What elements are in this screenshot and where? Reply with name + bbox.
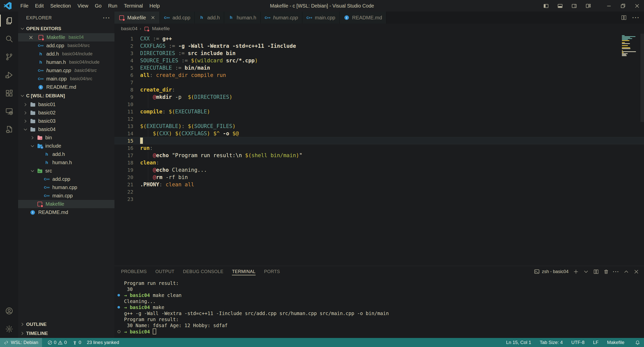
close-panel-button[interactable] — [631, 267, 641, 276]
tab-readme-md[interactable]: iREADME.md — [340, 12, 386, 24]
tab-makefile[interactable]: Makefile — [114, 12, 160, 24]
activitybar-cpp-tools[interactable] — [0, 120, 18, 138]
views-actions-button[interactable]: ··· — [103, 14, 110, 21]
open-editor-main-cpp[interactable]: C++main.cppbasic04/src — [18, 75, 114, 83]
code-editor[interactable]: 1CXX := g++2CXXFLAGS := -g -Wall -Wextra… — [114, 34, 644, 266]
tree-item-basic01[interactable]: basic01 — [18, 100, 114, 109]
notifications-bell-button[interactable] — [633, 340, 642, 345]
tree-item-add-cpp[interactable]: C++add.cpp — [18, 175, 114, 183]
tab-human-h[interactable]: hhuman.h — [224, 12, 261, 24]
code-line-12[interactable]: 12 — [114, 115, 644, 122]
panel-tab-terminal[interactable]: TERMINAL — [232, 266, 255, 277]
tab-human-cpp[interactable]: C++human.cpp — [261, 12, 302, 24]
open-editor-human-cpp[interactable]: C++human.cppbasic04/src — [18, 66, 114, 75]
menu-file[interactable]: File — [17, 0, 32, 12]
tree-item-readme-md[interactable]: iREADME.md — [18, 208, 114, 216]
menu-help[interactable]: Help — [146, 0, 163, 12]
minimize-button[interactable] — [602, 0, 616, 12]
close-icon[interactable] — [150, 15, 155, 20]
code-line-1[interactable]: 1CXX := g++ — [114, 35, 644, 42]
activitybar-source-control[interactable] — [0, 48, 18, 66]
open-editor-add-cpp[interactable]: C++add.cppbasic04/src — [18, 41, 114, 50]
tab-add-h[interactable]: hadd.h — [195, 12, 224, 24]
code-line-4[interactable]: 4SOURCE_FILES := $(wildcard src/*.cpp) — [114, 57, 644, 64]
terminal-selector[interactable]: zsh - basic04 — [534, 269, 569, 274]
open-editor-human-h[interactable]: hhuman.hbasic04/include — [18, 58, 114, 66]
tree-item-human-cpp[interactable]: C++human.cpp — [18, 183, 114, 192]
code-line-13[interactable]: 13$(EXECUTABLE): $(SOURCE_FILES) — [114, 122, 644, 130]
terminal-dropdown-button[interactable] — [581, 267, 591, 276]
maximize-panel-button[interactable] — [621, 267, 631, 276]
layout-panel-button[interactable] — [553, 0, 567, 12]
panel-tab-debug-console[interactable]: DEBUG CONSOLE — [183, 266, 223, 277]
code-line-16[interactable]: 16run: — [114, 144, 644, 152]
code-line-14[interactable]: 14 $(CXX) $(CXXFLAGS) $^ -o $@ — [114, 130, 644, 137]
tree-item-src[interactable]: src — [18, 167, 114, 175]
menu-edit[interactable]: Edit — [32, 0, 47, 12]
restore-button[interactable] — [616, 0, 630, 12]
code-line-5[interactable]: 5EXECUTABLE := bin/main — [114, 64, 644, 71]
tab-add-cpp[interactable]: C++add.cpp — [160, 12, 194, 24]
layout-sidebar-left-button[interactable] — [539, 0, 553, 12]
editor-scrollbar[interactable] — [640, 34, 644, 266]
panel-more-actions-button[interactable]: ··· — [611, 267, 621, 276]
section-outline[interactable]: OUTLINE — [18, 320, 114, 329]
layout-sidebar-right-button[interactable] — [567, 0, 581, 12]
panel-tab-output[interactable]: OUTPUT — [155, 266, 174, 277]
code-line-3[interactable]: 3DIRECTORIES := src include bin — [114, 50, 644, 57]
open-editor-add-h[interactable]: hadd.hbasic04/include — [18, 50, 114, 58]
code-line-10[interactable]: 10 — [114, 101, 644, 108]
code-line-21[interactable]: 21.PHONY: clean all — [114, 181, 644, 188]
status-makefile[interactable]: Makefile — [607, 340, 624, 345]
activitybar-remote-explorer[interactable] — [0, 102, 18, 120]
minimap[interactable] — [622, 35, 638, 58]
workspace-section-header[interactable]: C [WSL: DEBIAN] — [18, 91, 114, 100]
tree-item-include[interactable]: include — [18, 142, 114, 150]
ports-status[interactable]: 0 — [72, 340, 81, 345]
tree-item-add-h[interactable]: hadd.h — [18, 150, 114, 158]
breadcrumb-file[interactable]: Makefile — [152, 26, 170, 31]
menu-run[interactable]: Run — [105, 0, 121, 12]
code-line-22[interactable]: 22 — [114, 188, 644, 195]
menu-selection[interactable]: Selection — [47, 0, 74, 12]
kill-terminal-button[interactable] — [601, 267, 611, 276]
tree-item-basic02[interactable]: basic02 — [18, 109, 114, 117]
activitybar-account[interactable] — [0, 302, 18, 320]
split-editor-button[interactable] — [618, 12, 629, 24]
code-line-23[interactable]: 23 — [114, 195, 644, 203]
status-utf-8[interactable]: UTF-8 — [571, 340, 584, 345]
code-line-9[interactable]: 9 @mkdir -p $(DIRECTORIES) — [114, 93, 644, 101]
activitybar-extensions[interactable] — [0, 84, 18, 102]
code-line-17[interactable]: 17 @echo "Program run result:\n $(shell … — [114, 152, 644, 159]
tree-item-basic03[interactable]: basic03 — [18, 117, 114, 125]
code-line-11[interactable]: 11compile: $(EXECUTABLE) — [114, 108, 644, 115]
new-terminal-button[interactable] — [571, 267, 581, 276]
editor-more-actions-button[interactable]: ··· — [630, 12, 641, 24]
activitybar-explorer[interactable] — [0, 12, 18, 30]
code-line-7[interactable]: 7 — [114, 79, 644, 86]
code-line-19[interactable]: 19 @echo Cleaning... — [114, 166, 644, 173]
open-editors-section-header[interactable]: OPEN EDITORS — [18, 24, 114, 33]
tree-item-main-cpp[interactable]: C++main.cpp — [18, 192, 114, 200]
activitybar-search[interactable] — [0, 30, 18, 48]
code-line-2[interactable]: 2CXXFLAGS := -g -Wall -Wextra -std=c++11… — [114, 42, 644, 50]
remote-indicator[interactable]: WSL: Debian — [0, 338, 42, 347]
panel-tab-ports[interactable]: PORTS — [264, 266, 280, 277]
code-line-20[interactable]: 20 @rm -rf bin — [114, 173, 644, 181]
layout-customize-button[interactable] — [581, 0, 595, 12]
status-tab-size-4[interactable]: Tab Size: 4 — [540, 340, 563, 345]
code-line-6[interactable]: 6all: create_dir compile run — [114, 71, 644, 79]
breadcrumb-folder[interactable]: basic04 — [121, 26, 138, 31]
tree-item-bin[interactable]: bin — [18, 134, 114, 142]
menu-go[interactable]: Go — [92, 0, 105, 12]
code-line-15[interactable]: 15 — [114, 137, 644, 144]
problems-status[interactable]: 0 0 — [48, 340, 67, 345]
code-line-18[interactable]: 18clean: — [114, 159, 644, 166]
menu-view[interactable]: View — [74, 0, 92, 12]
tree-item-human-h[interactable]: hhuman.h — [18, 158, 114, 167]
code-line-8[interactable]: 8create_dir: — [114, 86, 644, 93]
terminal-content[interactable]: Program run result: 30→ basic04 make cle… — [114, 277, 644, 338]
panel-tab-problems[interactable]: PROBLEMS — [121, 266, 147, 277]
close-button[interactable] — [630, 0, 644, 12]
section-timeline[interactable]: TIMELINE — [18, 329, 114, 338]
